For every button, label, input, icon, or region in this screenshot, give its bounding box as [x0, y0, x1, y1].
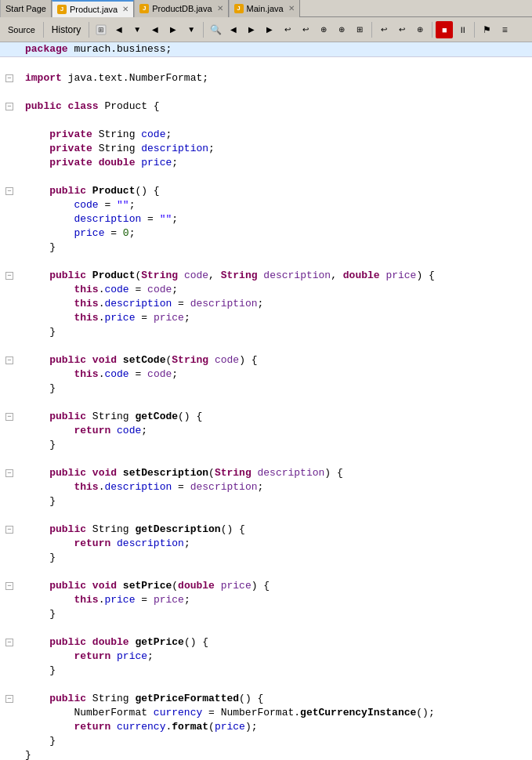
toolbar-btn-back[interactable]: ⊞ [92, 21, 110, 38]
code-content-gd: public String getDescription() { [19, 523, 532, 537]
toolbar-btn-search3[interactable]: ▶ [243, 21, 260, 38]
fold-marker-gp[interactable]: − [5, 639, 13, 646]
code-area[interactable]: package murach.business; − import java.t… [0, 42, 532, 760]
fold-marker-c1[interactable]: − [5, 187, 13, 195]
line-field-desc: private String description; [0, 142, 532, 156]
line-blank-12 [0, 678, 532, 692]
fold-marker-sd[interactable]: − [5, 469, 13, 477]
line-c2-close: } [0, 325, 532, 339]
gutter-cell-spb1 [0, 593, 19, 607]
gutter-cell-f3 [0, 156, 19, 170]
editor-container: package murach.business; − import java.t… [0, 42, 532, 760]
toolbar-btn-list[interactable]: ≡ [496, 21, 513, 38]
toolbar-btn-search8[interactable]: ⊕ [333, 21, 350, 38]
toolbar-btn-search7[interactable]: ⊕ [315, 21, 332, 38]
toolbar-btn-nav2[interactable]: ▼ [128, 21, 146, 38]
code-content-b12 [19, 678, 532, 692]
history-label[interactable]: History [47, 24, 85, 35]
line-blank-7 [0, 396, 532, 410]
fold-marker-c2[interactable]: − [5, 272, 13, 280]
tab-productdb-java-label: ProductDB.java [152, 4, 212, 13]
code-content-b8 [19, 452, 532, 466]
code-content-gcc: } [19, 438, 532, 452]
java-icon-2: J [139, 4, 149, 13]
code-content-gpc: } [19, 664, 532, 678]
gutter-cell-sdc [0, 494, 19, 508]
fold-marker-gpf[interactable]: − [5, 695, 13, 703]
gutter-cell-c2[interactable]: − [0, 269, 19, 283]
gutter-cell-spc [0, 607, 19, 621]
fold-marker-gc[interactable]: − [5, 413, 13, 421]
line-class: − public class Product { [0, 100, 532, 114]
toolbar-btn-stop[interactable]: ■ [436, 21, 453, 38]
toolbar-btn-toggle1[interactable]: ⊞ [351, 21, 368, 38]
fold-marker-gd[interactable]: − [5, 526, 13, 534]
toolbar-btn-nav4[interactable]: ▶ [165, 21, 182, 38]
gutter-cell-f2 [0, 142, 19, 156]
toolbar-btn-run3[interactable]: ⊕ [411, 21, 429, 38]
code-content-scc: } [19, 382, 532, 396]
gutter-cell-b9 [0, 508, 19, 523]
toolbar-btn-search2[interactable]: ◀ [225, 21, 242, 38]
code-content-c1b2: description = ""; [19, 212, 532, 226]
toolbar-btn-pause[interactable]: ⏸ [454, 21, 471, 38]
code-content-c2: public Product(String code, String descr… [19, 269, 532, 283]
tab-product-java-close[interactable]: ✕ [122, 5, 128, 13]
toolbar-sep-3 [203, 22, 204, 38]
gutter-cell-f1 [0, 128, 19, 142]
gutter-cell-c1b3 [0, 226, 19, 241]
gutter-cell-gpf[interactable]: − [0, 692, 19, 706]
toolbar-btn-run1[interactable]: ↩ [375, 21, 393, 38]
code-content-c1: public Product() { [19, 184, 532, 198]
gutter-cell-sp[interactable]: − [0, 579, 19, 593]
line-blank-9 [0, 508, 532, 523]
code-content-c2b3: this.price = price; [19, 311, 532, 325]
toolbar-btn-search6[interactable]: ↩ [297, 21, 314, 38]
toolbar-btn-flag[interactable]: ⚑ [478, 21, 495, 38]
code-line-pkg: package murach.business; [19, 42, 532, 56]
gutter-cell-c1[interactable]: − [0, 184, 19, 198]
code-content-spb1: this.price = price; [19, 593, 532, 607]
gutter-cell-gd[interactable]: − [0, 523, 19, 537]
toolbar-btn-search1[interactable]: 🔍 [207, 21, 224, 38]
fold-marker-sc[interactable]: − [5, 356, 13, 364]
gutter-cell-sd[interactable]: − [0, 466, 19, 480]
gutter-cell-pkg [0, 42, 19, 56]
line-gpf-body2: return currency.format(price); [0, 720, 532, 734]
gutter-cell-import[interactable]: − [0, 71, 19, 85]
code-content-sdc: } [19, 494, 532, 508]
toolbar-group-5: ⚑ ≡ [478, 21, 513, 38]
code-content-gpb1: return price; [19, 650, 532, 664]
tab-productdb-java[interactable]: J ProductDB.java ✕ [134, 0, 228, 17]
gutter-cell-b6 [0, 339, 19, 353]
fold-marker-import[interactable]: − [5, 74, 13, 82]
tab-bar: Start Page J Product.java ✕ J ProductDB.… [0, 0, 532, 17]
gutter-cell-gpb1 [0, 650, 19, 664]
code-content-b6 [19, 339, 532, 353]
toolbar-btn-search5[interactable]: ↩ [279, 21, 296, 38]
toolbar-btn-run2[interactable]: ↩ [393, 21, 411, 38]
code-content-c2b1: this.code = code; [19, 283, 532, 297]
line-c1-body2: description = ""; [0, 212, 532, 226]
tab-start-page[interactable]: Start Page [0, 0, 52, 17]
line-sp-close: } [0, 607, 532, 621]
line-sp-body1: this.price = price; [0, 593, 532, 607]
toolbar-btn-nav1[interactable]: ◀ [110, 21, 128, 38]
fold-marker-sp[interactable]: − [5, 582, 13, 590]
toolbar-btn-nav3[interactable]: ◀ [147, 21, 164, 38]
code-content-b7 [19, 396, 532, 410]
fold-marker-class[interactable]: − [5, 103, 13, 110]
tab-productdb-java-close[interactable]: ✕ [217, 4, 223, 13]
tab-main-java[interactable]: J Main.java ✕ [229, 0, 300, 17]
gutter-cell-gc[interactable]: − [0, 410, 19, 424]
tab-main-java-close[interactable]: ✕ [288, 4, 295, 13]
line-setdesc: − public void setDescription(String desc… [0, 466, 532, 480]
gutter-cell-b11 [0, 621, 19, 635]
toolbar-btn-nav5[interactable]: ▼ [183, 21, 200, 38]
tab-product-java[interactable]: J Product.java ✕ [52, 0, 134, 17]
gutter-cell-sc[interactable]: − [0, 353, 19, 367]
toolbar-btn-search4[interactable]: ▶ [261, 21, 278, 38]
gutter-cell-gp[interactable]: − [0, 635, 19, 650]
gutter-cell-class[interactable]: − [0, 100, 19, 114]
line-getcode: − public String getCode() { [0, 410, 532, 424]
